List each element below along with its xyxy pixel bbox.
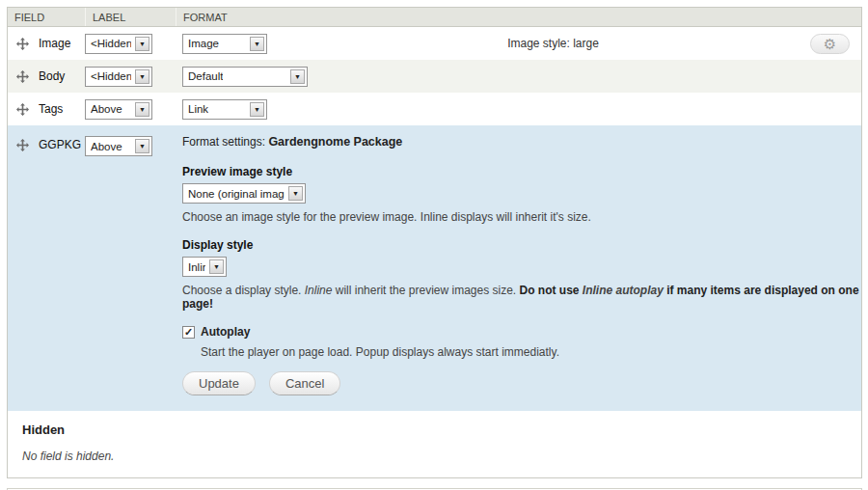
chevron-down-icon: ▼ — [209, 259, 224, 274]
drag-icon[interactable] — [16, 139, 29, 151]
field-name: Tags — [39, 102, 63, 116]
display-style-help: Choose a display style. Inline will inhe… — [182, 284, 861, 311]
format-settings-title: Format settings: Gardengnome Package — [182, 135, 861, 149]
drag-icon[interactable] — [16, 38, 29, 50]
format-settings-button[interactable]: ⚙ — [810, 34, 850, 54]
hidden-section-empty-text: No field is hidden. — [22, 449, 847, 463]
field-name: Image — [39, 37, 70, 50]
table-row-image: Image <Hidden> ▼ Image ▼ Image style: la… — [8, 27, 861, 60]
preview-image-style-select[interactable]: None (original image) ▼ — [182, 183, 306, 204]
table-row-ggpkg: GGPKG Above ▼ Format settings: Gardengno… — [8, 125, 861, 411]
label-select-body[interactable]: <Hidden> ▼ — [85, 67, 152, 87]
format-settings-panel: Format settings: Gardengnome Package Pre… — [182, 133, 861, 395]
table-header-row: FIELD LABEL FORMAT — [8, 8, 861, 27]
autoplay-help: Start the player on page load. Popup dis… — [201, 345, 861, 359]
chevron-down-icon: ▼ — [135, 69, 149, 84]
column-header-field: FIELD — [8, 8, 85, 26]
drag-icon[interactable] — [16, 103, 29, 116]
autoplay-checkbox[interactable]: ✓ — [182, 326, 195, 339]
preview-image-style-help: Choose an image style for the preview im… — [182, 210, 861, 224]
hidden-section-title: Hidden — [22, 422, 847, 437]
chevron-down-icon: ▼ — [250, 37, 264, 51]
label-select-ggpkg[interactable]: Above ▼ — [85, 136, 152, 156]
field-name: Body — [39, 69, 65, 83]
chevron-down-icon: ▼ — [288, 186, 303, 201]
format-summary: Image style: large — [267, 37, 810, 50]
field-display-table: FIELD LABEL FORMAT Image <Hidden> ▼ Imag… — [7, 7, 862, 478]
column-header-label: LABEL — [85, 8, 176, 26]
hidden-fields-section: Hidden No field is hidden. — [8, 411, 861, 477]
checkmark-icon: ✓ — [184, 327, 193, 338]
manage-display-page: FIELD LABEL FORMAT Image <Hidden> ▼ Imag… — [0, 0, 868, 490]
drag-icon[interactable] — [16, 70, 29, 83]
update-button[interactable]: Update — [182, 371, 256, 395]
display-style-select[interactable]: Inline ▼ — [182, 257, 227, 277]
chevron-down-icon: ▼ — [135, 139, 149, 153]
format-select-image[interactable]: Image ▼ — [182, 34, 267, 54]
table-row-tags: Tags Above ▼ Link ▼ — [8, 93, 861, 125]
label-select-image[interactable]: <Hidden> ▼ — [85, 34, 152, 54]
format-select-tags[interactable]: Link ▼ — [182, 99, 267, 120]
autoplay-label: Autoplay — [201, 325, 250, 339]
gear-icon: ⚙ — [824, 37, 836, 51]
chevron-down-icon: ▼ — [250, 102, 264, 117]
table-row-body: Body <Hidden> ▼ Default ▼ — [8, 60, 861, 93]
cancel-button[interactable]: Cancel — [269, 371, 340, 395]
display-style-label: Display style — [182, 238, 861, 252]
format-select-body[interactable]: Default ▼ — [182, 67, 308, 87]
chevron-down-icon: ▼ — [135, 37, 149, 51]
field-name: GGPKG — [39, 138, 81, 151]
column-header-format: FORMAT — [176, 8, 861, 26]
preview-image-style-label: Preview image style — [182, 165, 861, 178]
chevron-down-icon: ▼ — [290, 69, 305, 84]
chevron-down-icon: ▼ — [135, 102, 149, 117]
label-select-tags[interactable]: Above ▼ — [85, 99, 152, 120]
